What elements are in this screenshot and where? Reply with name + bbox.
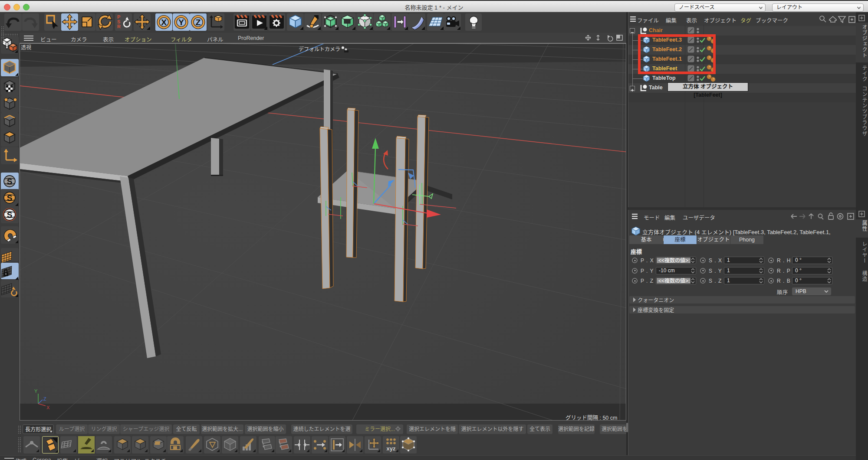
svg-text:S: S — [7, 177, 13, 186]
svg-text:R: R — [117, 24, 121, 29]
svg-text:xyz: xyz — [387, 445, 396, 452]
svg-text:Y: Y — [34, 388, 38, 394]
svg-text:透視: 透視 — [21, 44, 31, 51]
svg-text:Z: Z — [196, 18, 201, 27]
svg-text:X: X — [161, 18, 167, 27]
svg-text:S: S — [7, 193, 13, 202]
svg-text:デフォルトカメラ: デフォルトカメラ — [299, 46, 340, 52]
svg-text:Y: Y — [178, 18, 184, 27]
svg-text:S: S — [7, 210, 13, 219]
svg-text:グリッド間隔 : 50 cm: グリッド間隔 : 50 cm — [566, 415, 617, 421]
svg-text:X: X — [46, 405, 50, 410]
svg-text:Z: Z — [43, 396, 46, 401]
